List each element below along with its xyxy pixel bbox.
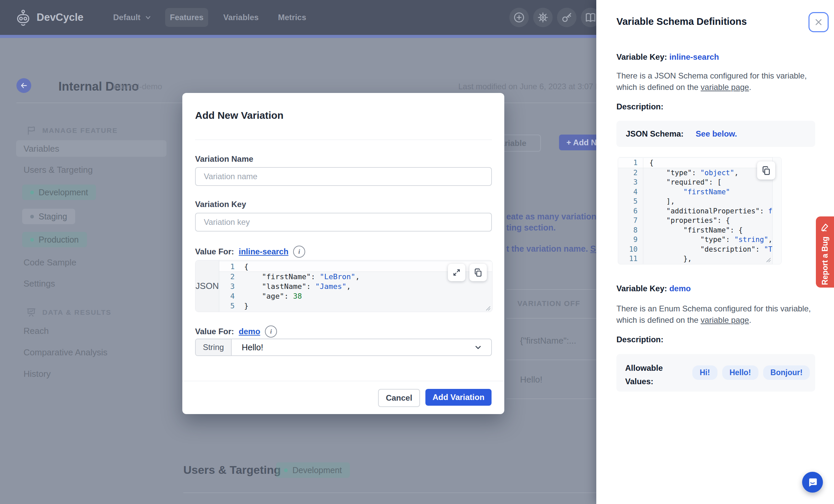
code-line: 5} (219, 301, 492, 311)
copy-icon (761, 165, 771, 176)
variable-key-row: Variable Key: demo (616, 284, 690, 293)
sidebar-item-label: History (23, 369, 51, 379)
api-keys-button[interactable] (557, 8, 576, 27)
code-line: 4 "age": 38 (219, 291, 492, 301)
variation-key-input[interactable] (195, 213, 492, 231)
project-name: Default (113, 13, 140, 22)
close-button[interactable] (809, 12, 829, 32)
variable-page-link[interactable]: variable page (701, 83, 749, 92)
info-icon[interactable]: i (293, 246, 305, 258)
line-number: 6 (618, 206, 643, 216)
json-value-editor[interactable]: JSON 1{2 "firstName": "LeBron",3 "lastNa… (195, 260, 492, 312)
variation-name-input[interactable] (195, 167, 492, 186)
tab-label: Variables (223, 13, 259, 22)
schema-description-line: There is a JSON Schema configured for th… (616, 71, 807, 81)
variations-helper-text: eate as many variations ar (506, 212, 611, 222)
sidebar-item-users-targeting[interactable]: Users & Targeting (23, 165, 93, 175)
text-fragment: . (749, 315, 751, 324)
sidebar-item-label: Settings (23, 278, 55, 289)
schema-code-block[interactable]: 1{2 "type": "object",3 "required": [4 "f… (618, 157, 782, 265)
chat-button[interactable] (802, 472, 823, 492)
value-for-inline-search-row: Value For: inline-search i (195, 246, 305, 258)
modal-title: Add New Variation (195, 110, 283, 121)
tab-variables[interactable]: Variables (223, 0, 259, 35)
section-label: DATA & RESULTS (42, 308, 111, 316)
value-pill[interactable]: Hi! (692, 365, 718, 380)
line-number: 11 (618, 254, 643, 264)
create-button[interactable] (509, 8, 529, 27)
helper-fragment: t the variation name. (506, 244, 590, 253)
presentation-chart-icon (26, 307, 36, 317)
text-fragment: which is defined on the (616, 315, 701, 324)
variable-page-link[interactable]: variable page (701, 315, 749, 324)
variable-key-label: Variable Key: (616, 52, 669, 62)
sidebar-item-settings[interactable]: Settings (23, 278, 55, 289)
sidebar-env-development[interactable]: Development (22, 185, 96, 200)
env-label: Development (292, 465, 342, 475)
sidebar-item-comparative-analysis[interactable]: Comparative Analysis (23, 347, 107, 358)
sidebar-item-label: Code Sample (23, 257, 76, 268)
line-number: 2 (219, 272, 238, 281)
code-line: 5 ], (618, 197, 781, 206)
schema-description-line: There is an Enum Schema configured for t… (616, 304, 811, 314)
code-line: 9 "type": "string", (618, 235, 781, 245)
expand-button[interactable] (448, 264, 465, 281)
back-button[interactable] (17, 78, 31, 93)
sidebar-item-label: Users & Targeting (23, 165, 93, 175)
line-number: 4 (618, 187, 643, 197)
last-modified-text: Last modified on June 6, 2023 at 3:07 P (458, 82, 601, 91)
sidebar-env-production[interactable]: Production (22, 232, 87, 247)
copy-button[interactable] (757, 161, 775, 180)
line-number: 4 (219, 291, 238, 301)
button-label: Cancel (386, 393, 412, 403)
users-targeting-heading: Users & Targeting (183, 463, 281, 477)
sidebar-item-reach[interactable]: Reach (23, 326, 49, 336)
line-number: 5 (219, 301, 238, 311)
sidebar-env-staging[interactable]: Staging (22, 209, 75, 224)
inline-search-link[interactable]: inline-search (669, 52, 719, 62)
code-line: 10 "description": "The person's fi (618, 245, 781, 254)
value-for-label: Value For: (195, 327, 234, 336)
panel-title: Variable Schema Definitions (616, 16, 747, 27)
variations-helper-text: ting section. (506, 223, 556, 232)
string-value-select[interactable]: String Hello! (195, 339, 492, 356)
value-pill[interactable]: Bonjour! (763, 365, 810, 380)
table-divider (506, 360, 596, 360)
flag-icon (26, 125, 36, 136)
tab-label: Features (170, 13, 203, 22)
sidebar-item-label: Variables (23, 144, 59, 154)
see-below-link[interactable]: See below. (696, 129, 737, 139)
sidebar-item-label: Reach (23, 326, 49, 336)
project-switcher[interactable]: Default (113, 0, 152, 35)
line-number: 7 (618, 216, 643, 226)
report-a-bug-tab[interactable]: Report a Bug (816, 216, 834, 288)
value-pill[interactable]: Hello! (722, 365, 759, 380)
resize-handle-icon[interactable] (485, 305, 491, 311)
copy-button[interactable] (469, 264, 487, 281)
demo-link[interactable]: demo (669, 284, 690, 293)
table-divider (506, 399, 596, 399)
sidebar-item-variables[interactable]: Variables (16, 140, 167, 157)
tab-features[interactable]: Features (165, 8, 208, 27)
settings-button[interactable] (533, 8, 553, 27)
sidebar-item-history[interactable]: History (23, 369, 51, 379)
devcycle-app: DevCycle Default Features Variables Metr… (0, 0, 834, 504)
add-variation-button[interactable]: Add Variation (425, 389, 491, 406)
brand-logo[interactable]: DevCycle (15, 0, 84, 35)
variation-name-label: Variation Name (195, 154, 253, 164)
table-divider (506, 318, 596, 318)
sidebar-item-code-sample[interactable]: Code Sample (23, 257, 76, 268)
inline-search-variable-link[interactable]: inline-search (239, 247, 288, 256)
column-header-variation-off: VARIATION OFF (518, 299, 580, 308)
allowable-values-pills: Hi! Hello! Bonjour! (692, 365, 810, 380)
copy-icon (474, 268, 483, 277)
resize-handle-icon[interactable] (765, 257, 771, 263)
report-a-bug-label: Report a Bug (820, 236, 830, 285)
demo-variable-link[interactable]: demo (239, 327, 260, 336)
code-line: 11 }, (618, 254, 781, 264)
value-for-label: Value For: (195, 247, 234, 256)
schema-description-line: which is defined on the variable page. (616, 315, 751, 325)
cancel-button[interactable]: Cancel (378, 389, 420, 407)
info-icon[interactable]: i (265, 325, 277, 338)
tab-metrics[interactable]: Metrics (278, 0, 306, 35)
